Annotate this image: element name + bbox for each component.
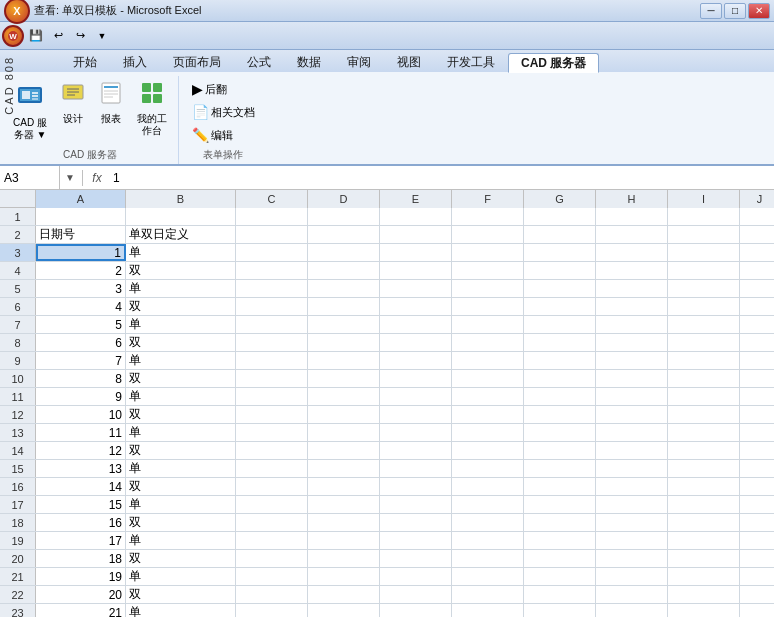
- cell-a17[interactable]: 15: [36, 496, 126, 513]
- cell-f18[interactable]: [452, 514, 524, 531]
- cell-f19[interactable]: [452, 532, 524, 549]
- cell-g9[interactable]: [524, 352, 596, 369]
- col-header-d[interactable]: D: [308, 190, 380, 208]
- cell-j11[interactable]: [740, 388, 774, 405]
- cell-a20[interactable]: 18: [36, 550, 126, 567]
- col-header-c[interactable]: C: [236, 190, 308, 208]
- cell-h5[interactable]: [596, 280, 668, 297]
- cell-d6[interactable]: [308, 298, 380, 315]
- cell-f13[interactable]: [452, 424, 524, 441]
- cell-d13[interactable]: [308, 424, 380, 441]
- cell-f2[interactable]: [452, 226, 524, 243]
- cell-b8[interactable]: 双: [126, 334, 236, 351]
- cell-h21[interactable]: [596, 568, 668, 585]
- cell-i21[interactable]: [668, 568, 740, 585]
- cell-i5[interactable]: [668, 280, 740, 297]
- report-btn[interactable]: 报表: [94, 78, 128, 128]
- cell-j10[interactable]: [740, 370, 774, 387]
- cell-f9[interactable]: [452, 352, 524, 369]
- cell-d5[interactable]: [308, 280, 380, 297]
- tab-data[interactable]: 数据: [284, 52, 334, 72]
- cell-b18[interactable]: 双: [126, 514, 236, 531]
- save-quick-btn[interactable]: 💾: [26, 26, 46, 46]
- cell-e21[interactable]: [380, 568, 452, 585]
- cell-i20[interactable]: [668, 550, 740, 567]
- cell-e3[interactable]: [380, 244, 452, 261]
- cell-a7[interactable]: 5: [36, 316, 126, 333]
- cell-j1[interactable]: [740, 208, 774, 225]
- cell-d23[interactable]: [308, 604, 380, 617]
- cell-e7[interactable]: [380, 316, 452, 333]
- cell-c20[interactable]: [236, 550, 308, 567]
- cell-b5[interactable]: 单: [126, 280, 236, 297]
- cell-c4[interactable]: [236, 262, 308, 279]
- cell-c7[interactable]: [236, 316, 308, 333]
- cell-g16[interactable]: [524, 478, 596, 495]
- cell-b7[interactable]: 单: [126, 316, 236, 333]
- cell-b16[interactable]: 双: [126, 478, 236, 495]
- cell-a11[interactable]: 9: [36, 388, 126, 405]
- cell-j8[interactable]: [740, 334, 774, 351]
- cell-a12[interactable]: 10: [36, 406, 126, 423]
- cell-a4[interactable]: 2: [36, 262, 126, 279]
- cell-b17[interactable]: 单: [126, 496, 236, 513]
- cell-c23[interactable]: [236, 604, 308, 617]
- cell-a22[interactable]: 20: [36, 586, 126, 603]
- cell-e19[interactable]: [380, 532, 452, 549]
- cell-b6[interactable]: 双: [126, 298, 236, 315]
- cell-j22[interactable]: [740, 586, 774, 603]
- cell-j15[interactable]: [740, 460, 774, 477]
- back-flip-btn[interactable]: ▶ 后翻: [187, 78, 260, 100]
- cell-e5[interactable]: [380, 280, 452, 297]
- cell-c22[interactable]: [236, 586, 308, 603]
- cell-d21[interactable]: [308, 568, 380, 585]
- cell-j4[interactable]: [740, 262, 774, 279]
- col-header-g[interactable]: G: [524, 190, 596, 208]
- cell-g10[interactable]: [524, 370, 596, 387]
- cell-i12[interactable]: [668, 406, 740, 423]
- cell-h19[interactable]: [596, 532, 668, 549]
- cell-c14[interactable]: [236, 442, 308, 459]
- cell-h20[interactable]: [596, 550, 668, 567]
- cell-a10[interactable]: 8: [36, 370, 126, 387]
- cell-g17[interactable]: [524, 496, 596, 513]
- cell-g7[interactable]: [524, 316, 596, 333]
- cell-b22[interactable]: 双: [126, 586, 236, 603]
- cell-g22[interactable]: [524, 586, 596, 603]
- cell-j19[interactable]: [740, 532, 774, 549]
- cell-j20[interactable]: [740, 550, 774, 567]
- cell-j7[interactable]: [740, 316, 774, 333]
- tab-insert[interactable]: 插入: [110, 52, 160, 72]
- cell-d11[interactable]: [308, 388, 380, 405]
- cell-b12[interactable]: 双: [126, 406, 236, 423]
- cell-d17[interactable]: [308, 496, 380, 513]
- tab-developer[interactable]: 开发工具: [434, 52, 508, 72]
- cell-d19[interactable]: [308, 532, 380, 549]
- cell-h18[interactable]: [596, 514, 668, 531]
- cell-c8[interactable]: [236, 334, 308, 351]
- cell-g23[interactable]: [524, 604, 596, 617]
- cell-h14[interactable]: [596, 442, 668, 459]
- cell-a2[interactable]: 日期号: [36, 226, 126, 243]
- close-btn[interactable]: ✕: [748, 3, 770, 19]
- cell-f5[interactable]: [452, 280, 524, 297]
- cell-g1[interactable]: [524, 208, 596, 225]
- cell-g3[interactable]: [524, 244, 596, 261]
- cell-f11[interactable]: [452, 388, 524, 405]
- cell-i8[interactable]: [668, 334, 740, 351]
- cell-a9[interactable]: 7: [36, 352, 126, 369]
- cell-i2[interactable]: [668, 226, 740, 243]
- col-header-e[interactable]: E: [380, 190, 452, 208]
- cell-c17[interactable]: [236, 496, 308, 513]
- cell-d9[interactable]: [308, 352, 380, 369]
- cell-c9[interactable]: [236, 352, 308, 369]
- cell-f22[interactable]: [452, 586, 524, 603]
- cell-b3[interactable]: 单: [126, 244, 236, 261]
- col-header-a[interactable]: A: [36, 190, 126, 208]
- workspace-btn[interactable]: 我的工作台: [132, 78, 172, 140]
- cell-h10[interactable]: [596, 370, 668, 387]
- customize-quick-btn[interactable]: ▼: [92, 26, 112, 46]
- cell-e18[interactable]: [380, 514, 452, 531]
- cell-e15[interactable]: [380, 460, 452, 477]
- cell-b11[interactable]: 单: [126, 388, 236, 405]
